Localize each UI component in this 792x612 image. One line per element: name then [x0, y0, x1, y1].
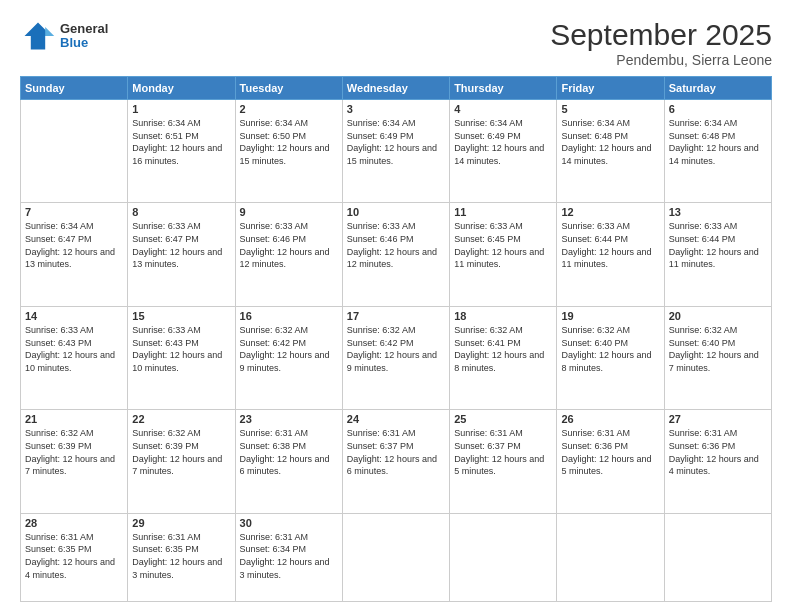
col-friday: Friday — [557, 77, 664, 100]
calendar-table: Sunday Monday Tuesday Wednesday Thursday… — [20, 76, 772, 602]
day-info: Sunrise: 6:33 AMSunset: 6:45 PMDaylight:… — [454, 220, 552, 270]
day-number: 29 — [132, 517, 230, 529]
day-number: 18 — [454, 310, 552, 322]
day-number: 25 — [454, 413, 552, 425]
day-info: Sunrise: 6:31 AMSunset: 6:37 PMDaylight:… — [347, 427, 445, 477]
day-info: Sunrise: 6:34 AMSunset: 6:48 PMDaylight:… — [669, 117, 767, 167]
day-number: 2 — [240, 103, 338, 115]
day-number: 5 — [561, 103, 659, 115]
table-row: 29 Sunrise: 6:31 AMSunset: 6:35 PMDaylig… — [128, 513, 235, 601]
day-number: 16 — [240, 310, 338, 322]
day-info: Sunrise: 6:34 AMSunset: 6:50 PMDaylight:… — [240, 117, 338, 167]
day-info: Sunrise: 6:31 AMSunset: 6:37 PMDaylight:… — [454, 427, 552, 477]
day-info: Sunrise: 6:34 AMSunset: 6:48 PMDaylight:… — [561, 117, 659, 167]
day-number: 7 — [25, 206, 123, 218]
day-info: Sunrise: 6:31 AMSunset: 6:36 PMDaylight:… — [561, 427, 659, 477]
table-row: 1 Sunrise: 6:34 AMSunset: 6:51 PMDayligh… — [128, 100, 235, 203]
day-number: 4 — [454, 103, 552, 115]
table-row: 2 Sunrise: 6:34 AMSunset: 6:50 PMDayligh… — [235, 100, 342, 203]
calendar-week-row: 7 Sunrise: 6:34 AMSunset: 6:47 PMDayligh… — [21, 203, 772, 306]
day-info: Sunrise: 6:32 AMSunset: 6:41 PMDaylight:… — [454, 324, 552, 374]
day-info: Sunrise: 6:34 AMSunset: 6:51 PMDaylight:… — [132, 117, 230, 167]
day-info: Sunrise: 6:32 AMSunset: 6:39 PMDaylight:… — [132, 427, 230, 477]
day-number: 23 — [240, 413, 338, 425]
table-row: 21 Sunrise: 6:32 AMSunset: 6:39 PMDaylig… — [21, 410, 128, 513]
day-number: 3 — [347, 103, 445, 115]
calendar-week-row: 1 Sunrise: 6:34 AMSunset: 6:51 PMDayligh… — [21, 100, 772, 203]
svg-marker-1 — [45, 27, 54, 36]
day-number: 26 — [561, 413, 659, 425]
table-row: 16 Sunrise: 6:32 AMSunset: 6:42 PMDaylig… — [235, 306, 342, 409]
location: Pendembu, Sierra Leone — [550, 52, 772, 68]
table-row: 11 Sunrise: 6:33 AMSunset: 6:45 PMDaylig… — [450, 203, 557, 306]
day-number: 1 — [132, 103, 230, 115]
table-row: 25 Sunrise: 6:31 AMSunset: 6:37 PMDaylig… — [450, 410, 557, 513]
day-info: Sunrise: 6:31 AMSunset: 6:34 PMDaylight:… — [240, 531, 338, 581]
day-number: 10 — [347, 206, 445, 218]
day-number: 19 — [561, 310, 659, 322]
col-wednesday: Wednesday — [342, 77, 449, 100]
day-info: Sunrise: 6:33 AMSunset: 6:44 PMDaylight:… — [669, 220, 767, 270]
day-number: 27 — [669, 413, 767, 425]
table-row: 12 Sunrise: 6:33 AMSunset: 6:44 PMDaylig… — [557, 203, 664, 306]
logo-general: General — [60, 22, 108, 36]
logo-icon — [20, 18, 56, 54]
table-row: 8 Sunrise: 6:33 AMSunset: 6:47 PMDayligh… — [128, 203, 235, 306]
day-info: Sunrise: 6:32 AMSunset: 6:42 PMDaylight:… — [347, 324, 445, 374]
calendar-header-row: Sunday Monday Tuesday Wednesday Thursday… — [21, 77, 772, 100]
table-row: 17 Sunrise: 6:32 AMSunset: 6:42 PMDaylig… — [342, 306, 449, 409]
month-year: September 2025 — [550, 18, 772, 52]
logo-blue: Blue — [60, 36, 108, 50]
table-row: 3 Sunrise: 6:34 AMSunset: 6:49 PMDayligh… — [342, 100, 449, 203]
day-info: Sunrise: 6:32 AMSunset: 6:39 PMDaylight:… — [25, 427, 123, 477]
day-number: 8 — [132, 206, 230, 218]
day-info: Sunrise: 6:31 AMSunset: 6:35 PMDaylight:… — [25, 531, 123, 581]
day-info: Sunrise: 6:31 AMSunset: 6:38 PMDaylight:… — [240, 427, 338, 477]
day-number: 20 — [669, 310, 767, 322]
table-row — [21, 100, 128, 203]
table-row: 6 Sunrise: 6:34 AMSunset: 6:48 PMDayligh… — [664, 100, 771, 203]
day-info: Sunrise: 6:33 AMSunset: 6:43 PMDaylight:… — [132, 324, 230, 374]
day-number: 9 — [240, 206, 338, 218]
day-info: Sunrise: 6:34 AMSunset: 6:49 PMDaylight:… — [347, 117, 445, 167]
table-row: 28 Sunrise: 6:31 AMSunset: 6:35 PMDaylig… — [21, 513, 128, 601]
table-row: 23 Sunrise: 6:31 AMSunset: 6:38 PMDaylig… — [235, 410, 342, 513]
page: General Blue September 2025 Pendembu, Si… — [0, 0, 792, 612]
table-row: 26 Sunrise: 6:31 AMSunset: 6:36 PMDaylig… — [557, 410, 664, 513]
day-info: Sunrise: 6:34 AMSunset: 6:49 PMDaylight:… — [454, 117, 552, 167]
calendar-week-row: 21 Sunrise: 6:32 AMSunset: 6:39 PMDaylig… — [21, 410, 772, 513]
day-number: 28 — [25, 517, 123, 529]
day-number: 6 — [669, 103, 767, 115]
day-number: 22 — [132, 413, 230, 425]
table-row — [450, 513, 557, 601]
table-row: 5 Sunrise: 6:34 AMSunset: 6:48 PMDayligh… — [557, 100, 664, 203]
col-sunday: Sunday — [21, 77, 128, 100]
calendar-week-row: 14 Sunrise: 6:33 AMSunset: 6:43 PMDaylig… — [21, 306, 772, 409]
day-info: Sunrise: 6:32 AMSunset: 6:42 PMDaylight:… — [240, 324, 338, 374]
day-info: Sunrise: 6:34 AMSunset: 6:47 PMDaylight:… — [25, 220, 123, 270]
logo-text: General Blue — [60, 22, 108, 51]
table-row — [557, 513, 664, 601]
day-number: 15 — [132, 310, 230, 322]
col-tuesday: Tuesday — [235, 77, 342, 100]
col-monday: Monday — [128, 77, 235, 100]
header: General Blue September 2025 Pendembu, Si… — [20, 18, 772, 68]
day-info: Sunrise: 6:31 AMSunset: 6:36 PMDaylight:… — [669, 427, 767, 477]
day-info: Sunrise: 6:32 AMSunset: 6:40 PMDaylight:… — [669, 324, 767, 374]
table-row — [664, 513, 771, 601]
table-row: 9 Sunrise: 6:33 AMSunset: 6:46 PMDayligh… — [235, 203, 342, 306]
col-saturday: Saturday — [664, 77, 771, 100]
calendar-week-row: 28 Sunrise: 6:31 AMSunset: 6:35 PMDaylig… — [21, 513, 772, 601]
table-row: 10 Sunrise: 6:33 AMSunset: 6:46 PMDaylig… — [342, 203, 449, 306]
day-info: Sunrise: 6:31 AMSunset: 6:35 PMDaylight:… — [132, 531, 230, 581]
table-row — [342, 513, 449, 601]
day-number: 17 — [347, 310, 445, 322]
table-row: 27 Sunrise: 6:31 AMSunset: 6:36 PMDaylig… — [664, 410, 771, 513]
day-info: Sunrise: 6:32 AMSunset: 6:40 PMDaylight:… — [561, 324, 659, 374]
day-number: 21 — [25, 413, 123, 425]
table-row: 22 Sunrise: 6:32 AMSunset: 6:39 PMDaylig… — [128, 410, 235, 513]
day-number: 24 — [347, 413, 445, 425]
table-row: 7 Sunrise: 6:34 AMSunset: 6:47 PMDayligh… — [21, 203, 128, 306]
day-number: 14 — [25, 310, 123, 322]
day-number: 12 — [561, 206, 659, 218]
